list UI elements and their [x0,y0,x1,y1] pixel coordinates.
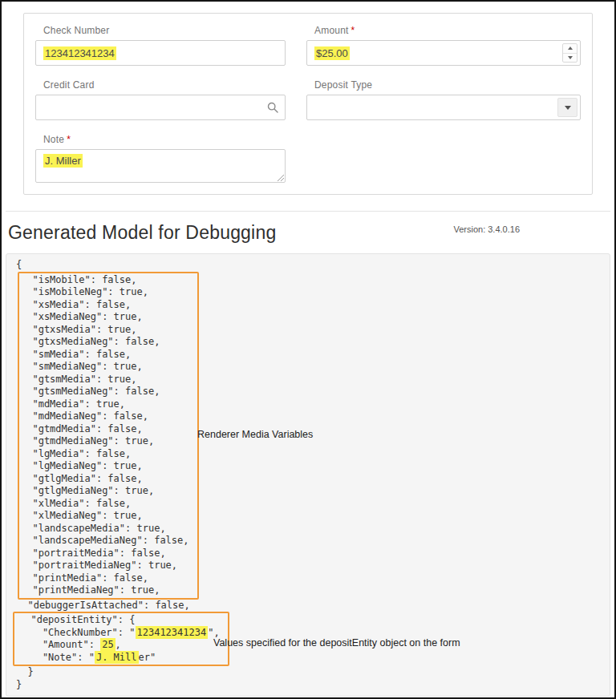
code-line: "gtmdMedia": false, [21,423,189,436]
code-line: "xsMedia": false, [21,299,189,312]
code-line: "depositEntity": { [19,614,220,627]
code-line: "xsMediaNeg": true, [21,311,189,324]
grid-spacer [306,134,581,183]
page-title: Generated Model for Debugging [8,222,276,244]
code-line: "printMedia": false, [21,572,189,585]
code-line: "gtmdMediaNeg": true, [21,435,189,448]
check-number-input[interactable]: 123412341234 [35,40,286,66]
amount-input[interactable]: $25.00 [306,40,581,66]
code-line: "lgMedia": false, [21,448,189,461]
page: Check Number 123412341234 Amount* $25.00 [6,13,610,697]
code-line: "isMobileNeg": true, [21,286,189,299]
deposit-entity-annotation: Values specified for the depositEntity o… [213,637,460,650]
note-textarea[interactable]: J. Miller [35,149,286,183]
media-variables-annotation-box: "isMobile": false, "isMobileNeg": true, … [18,272,199,600]
code-line: "debuggerIsAttached": false, [16,600,602,612]
highlighted-code-text: 123412341234 [136,626,209,639]
field-amount: Amount* $25.00 [306,25,581,66]
amount-spinner [562,43,578,63]
note-label-text: Note [43,134,64,145]
code-line: } [16,666,602,679]
code-line: "mdMedia": true, [21,398,189,411]
search-icon [267,102,278,113]
amount-label: Amount* [306,25,581,40]
field-deposit-type: Deposit Type [306,79,581,120]
code-closing-lines: }} [16,666,602,691]
code-line: "smMedia": false, [21,349,189,362]
code-line: { [16,259,602,272]
media-variables-annotation: Renderer Media Variables [197,429,313,442]
code-line: "gtsmMediaNeg": false, [21,386,189,398]
form-grid: Check Number 123412341234 Amount* $25.00 [35,25,581,183]
credit-card-lookup-button[interactable] [267,95,278,119]
note-label: Note* [35,134,286,149]
required-asterisk: * [351,25,355,36]
deposit-type-label-text: Deposit Type [314,79,372,91]
chevron-down-icon [565,106,571,110]
deposit-type-label: Deposit Type [306,79,581,95]
amount-value: $25.00 [314,46,350,60]
code-line: "isMobile": false, [21,274,189,287]
note-value: J. Miller [43,154,83,168]
spinner-up-button[interactable] [563,44,577,53]
code-line: "landscapeMedia": true, [21,523,189,535]
highlighted-code-text: 25 [100,638,115,651]
code-line: "Note": "J. Miller" [19,652,220,665]
version-label: Version: 3.4.0.16 [453,224,608,234]
code-line: "gtlgMedia": false, [21,473,189,486]
code-line: "portraitMediaNeg": true, [21,560,189,572]
check-number-label: Check Number [35,25,286,40]
code-line: "gtlgMediaNeg": true, [21,485,189,498]
code-line: "portraitMedia": false, [21,547,189,560]
credit-card-input[interactable] [35,95,286,120]
code-line: } [16,679,602,692]
amount-label-text: Amount [314,25,349,36]
code-line: "Amount": 25, [19,639,220,652]
code-line: "xlMediaNeg": true, [21,510,189,523]
deposit-entity-annotation-box: "depositEntity": { "CheckNumber": "12341… [13,612,229,666]
deposit-form-panel: Check Number 123412341234 Amount* $25.00 [23,13,593,195]
check-number-value: 123412341234 [43,46,116,60]
arrow-down-icon [568,56,573,59]
credit-card-label: Credit Card [35,79,286,95]
spinner-down-button[interactable] [563,53,577,63]
code-line: "landscapeMediaNeg": false, [21,535,189,547]
check-number-label-text: Check Number [43,25,109,36]
code-line: "xlMedia": false, [21,498,189,511]
deposit-type-dropdown-button[interactable] [557,98,578,117]
code-line: "lgMediaNeg": true, [21,460,189,473]
code-line: "gtxsMediaNeg": false, [21,336,189,349]
arrow-up-icon [568,46,573,50]
code-line: "gtxsMedia": true, [21,324,189,337]
resize-handle[interactable] [276,173,284,181]
deposit-type-select[interactable] [306,95,581,120]
field-note: Note* J. Miller [35,134,286,183]
code-line: "smMediaNeg": true, [21,361,189,374]
code-line: "gtsmMedia": true, [21,374,189,386]
code-line: "CheckNumber": "123412341234", [19,627,220,640]
credit-card-label-text: Credit Card [43,79,95,91]
code-line: "mdMediaNeg": false, [21,410,189,423]
field-credit-card: Credit Card [35,79,286,120]
debug-header: Generated Model for Debugging Version: 3… [6,211,610,253]
field-check-number: Check Number 123412341234 [35,25,286,66]
code-line: "printMediaNeg": true, [21,584,189,597]
highlighted-code-text: J. Mill [95,651,139,664]
required-asterisk: * [67,134,71,145]
debug-model-code-block: { "isMobile": false, "isMobileNeg": true… [6,253,610,697]
